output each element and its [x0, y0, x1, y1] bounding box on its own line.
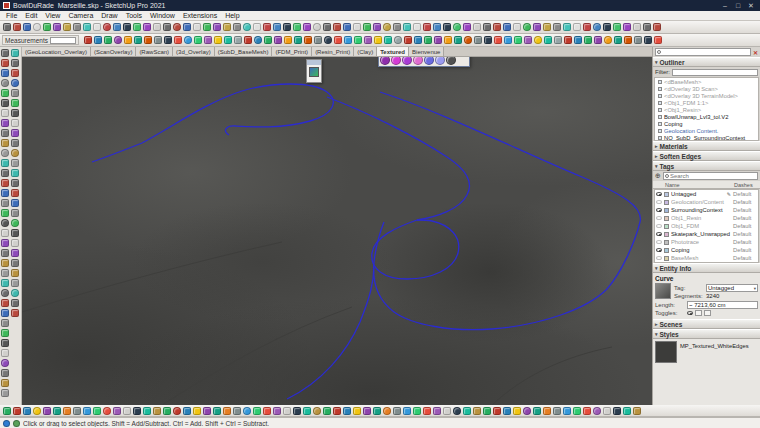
toolbar-icon[interactable]	[654, 36, 662, 44]
toolbar-icon[interactable]	[253, 23, 261, 31]
toolbar-icon[interactable]	[594, 36, 602, 44]
curvyquads-tool-icon[interactable]	[424, 57, 434, 65]
toolbar-icon[interactable]	[1, 59, 9, 67]
toolbar-icon[interactable]	[13, 23, 21, 31]
toolbar-icon[interactable]	[214, 36, 222, 44]
toolbar-icon[interactable]	[3, 407, 11, 415]
toolbar-icon[interactable]	[543, 407, 551, 415]
toolbar-icon[interactable]	[283, 407, 291, 415]
toolbar-icon[interactable]	[454, 36, 462, 44]
tag-color-swatch[interactable]	[664, 192, 669, 197]
toolbar-icon[interactable]	[123, 407, 131, 415]
toolbar-icon[interactable]	[1, 149, 9, 157]
toolbar-icon[interactable]	[653, 23, 661, 31]
toolbar-icon[interactable]	[1, 339, 9, 347]
toolbar-icon[interactable]	[363, 23, 371, 31]
toolbar-icon[interactable]	[564, 36, 572, 44]
toolbar-icon[interactable]	[423, 23, 431, 31]
tags-dashes-column[interactable]: Dashes	[734, 182, 760, 188]
toolbar-icon[interactable]	[194, 36, 202, 44]
tag-color-swatch[interactable]	[664, 248, 669, 253]
toolbar-icon[interactable]	[343, 23, 351, 31]
menu-edit[interactable]: Edit	[21, 12, 41, 19]
toolbar-icon[interactable]	[403, 23, 411, 31]
toolbar-icon[interactable]	[533, 23, 541, 31]
toolbar-icon[interactable]	[83, 407, 91, 415]
soften-edges-header[interactable]: ▸ Soften Edges	[653, 151, 760, 161]
toolbar-icon[interactable]	[234, 36, 242, 44]
toolbar-icon[interactable]	[11, 79, 19, 87]
toolbar-icon[interactable]	[324, 36, 332, 44]
toolbar-icon[interactable]	[11, 179, 19, 187]
toolbar-icon[interactable]	[613, 407, 621, 415]
toolbar-icon[interactable]	[1, 119, 9, 127]
toolbar-icon[interactable]	[603, 23, 611, 31]
toolbar-icon[interactable]	[11, 269, 19, 277]
toolbar-icon[interactable]	[43, 407, 51, 415]
toolbar-icon[interactable]	[1, 259, 9, 267]
toolbar-icon[interactable]	[374, 36, 382, 44]
scene-tab[interactable]: (RawScan)	[136, 47, 173, 56]
toolbar-icon[interactable]	[1, 169, 9, 177]
toolbar-icon[interactable]	[294, 36, 302, 44]
toolbar-icon[interactable]	[11, 139, 19, 147]
tag-row[interactable]: CopingDefault	[655, 246, 758, 254]
toolbar-icon[interactable]	[143, 23, 151, 31]
scene-tab[interactable]: (Clay)	[354, 47, 377, 56]
toolbar-icon[interactable]	[33, 407, 41, 415]
toolbar-icon[interactable]	[583, 23, 591, 31]
toolbar-icon[interactable]	[604, 36, 612, 44]
shadow-toggle-icon[interactable]	[704, 310, 711, 316]
toolbar-icon[interactable]	[543, 23, 551, 31]
toolbar-icon[interactable]	[93, 407, 101, 415]
toolbar-icon[interactable]	[23, 23, 31, 31]
toolbar-icon[interactable]	[354, 36, 362, 44]
toolbar-icon[interactable]	[11, 299, 19, 307]
toolbar-icon[interactable]	[104, 36, 112, 44]
toolbar-icon[interactable]	[133, 23, 141, 31]
toolbar-icon[interactable]	[1, 99, 9, 107]
toolbar-icon[interactable]	[534, 36, 542, 44]
toolbar-icon[interactable]	[394, 36, 402, 44]
toolbar-icon[interactable]	[453, 23, 461, 31]
tag-visibility-icon[interactable]	[656, 232, 662, 236]
tag-color-swatch[interactable]	[664, 232, 669, 237]
menu-tools[interactable]: Tools	[122, 12, 146, 19]
outliner-item[interactable]: NO_SubD_SurroundingContext	[655, 134, 758, 141]
toolbar-icon[interactable]	[523, 23, 531, 31]
toolbar-icon[interactable]	[1, 309, 9, 317]
scene-tab[interactable]: (ScanOverlay)	[91, 47, 136, 56]
toolbar-icon[interactable]	[353, 407, 361, 415]
toolbar-icon[interactable]	[303, 23, 311, 31]
toolbar-icon[interactable]	[23, 407, 31, 415]
toolbar-icon[interactable]	[523, 407, 531, 415]
toolbar-icon[interactable]	[334, 36, 342, 44]
toolbar-icon[interactable]	[293, 407, 301, 415]
tag-color-swatch[interactable]	[664, 240, 669, 245]
toolbar-icon[interactable]	[1, 179, 9, 187]
toolbar-icon[interactable]	[483, 23, 491, 31]
outliner-item[interactable]: <Obj1_Resin>	[655, 106, 758, 113]
toolbar-icon[interactable]	[273, 23, 281, 31]
toolbar-icon[interactable]	[124, 36, 132, 44]
toolbar-icon[interactable]	[11, 59, 19, 67]
toolbar-icon[interactable]	[574, 36, 582, 44]
entity-tag-select[interactable]: Untagged ▾	[706, 284, 758, 292]
curvyquads-tool-icon[interactable]	[435, 57, 445, 65]
toolbar-icon[interactable]	[613, 23, 621, 31]
toolbar-icon[interactable]	[113, 407, 121, 415]
toolbar-icon[interactable]	[11, 149, 19, 157]
toolbar-icon[interactable]	[253, 407, 261, 415]
toolbar-icon[interactable]	[11, 99, 19, 107]
toolbar-icon[interactable]	[553, 407, 561, 415]
toolbar-icon[interactable]	[11, 209, 19, 217]
toolbar-icon[interactable]	[1, 329, 9, 337]
toolbar-icon[interactable]	[353, 23, 361, 31]
toolbar-icon[interactable]	[11, 109, 19, 117]
toolbar-icon[interactable]	[524, 36, 532, 44]
toolbar-icon[interactable]	[413, 407, 421, 415]
outliner-header[interactable]: ▾ Outliner	[653, 57, 760, 67]
tag-row[interactable]: Obj1_ResinDefault	[655, 214, 758, 222]
toolbar-icon[interactable]	[1, 49, 9, 57]
toolbar-icon[interactable]	[243, 407, 251, 415]
